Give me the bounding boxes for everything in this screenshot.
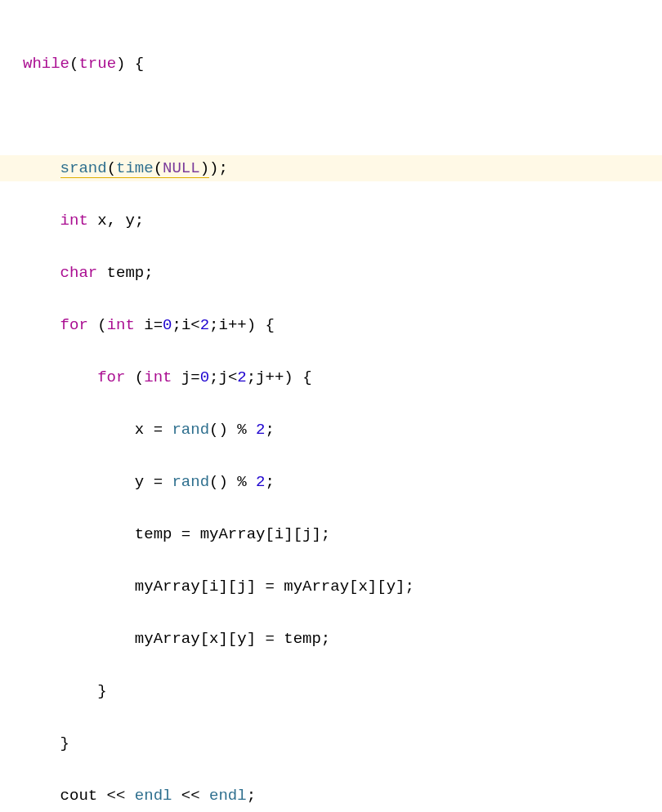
code-line: y = rand() % 2; — [0, 469, 662, 495]
code-line: for (int i=0;i<2;i++) { — [0, 312, 662, 338]
code-line: int x, y; — [0, 207, 662, 234]
code-editor[interactable]: while(true) { srand(time(NULL)); int x, … — [0, 0, 662, 812]
code-line: char temp; — [0, 260, 662, 286]
macro-null: NULL — [163, 159, 200, 178]
code-line: myArray[x][y] = temp; — [0, 626, 662, 652]
code-line: cout << endl << endl; — [0, 783, 662, 809]
code-line: temp = myArray[i][j]; — [0, 521, 662, 547]
code-line: myArray[i][j] = myArray[x][y]; — [0, 573, 662, 600]
fn-srand: srand — [60, 159, 107, 178]
code-line: for (int j=0;j<2;j++) { — [0, 364, 662, 390]
code-line — [0, 103, 662, 129]
code-line-highlighted: srand(time(NULL)); — [0, 155, 662, 181]
code-line: while(true) { — [0, 51, 662, 77]
code-line: x = rand() % 2; — [0, 417, 662, 443]
keyword-true: true — [78, 55, 116, 73]
fn-time: time — [116, 159, 154, 178]
code-line: } — [0, 678, 662, 704]
keyword-while: while — [23, 55, 69, 73]
code-line: } — [0, 730, 662, 756]
